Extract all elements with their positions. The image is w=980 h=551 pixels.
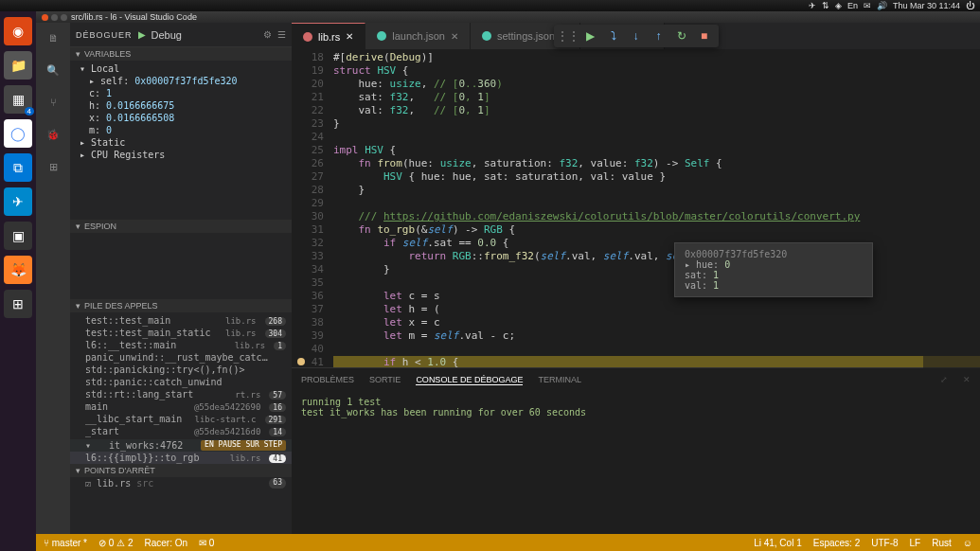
minimap[interactable] (923, 49, 980, 534)
debug-config-select[interactable]: Debug (151, 29, 182, 41)
thread-row[interactable]: ▾ it_works:4762 EN PAUSE SUR STEP (70, 439, 292, 452)
start-debug-button[interactable]: ▶ (138, 29, 146, 40)
launcher-terminal-icon[interactable]: ▣ (4, 222, 32, 250)
continue-button[interactable]: ▶ (582, 27, 599, 44)
code-line[interactable]: 38 let x = c (292, 316, 980, 329)
tray-sound-icon[interactable]: 🔊 (877, 1, 887, 10)
close-icon[interactable]: ✕ (451, 31, 458, 42)
launcher-chrome-icon[interactable]: ◯ (4, 119, 32, 148)
code-line[interactable]: 23} (292, 117, 980, 131)
tray-wifi-icon[interactable]: ⇅ (822, 1, 829, 10)
code-line[interactable]: 26 fn from(hue: usize, saturation: f32, … (292, 157, 980, 170)
code-editor[interactable]: 18#[derive(Debug)]19struct HSV {20 hue: … (292, 49, 980, 367)
debug-toolbar[interactable]: ⋮⋮ ▶ ⤵ ↓ ↑ ↻ ■ (554, 25, 719, 47)
code-line[interactable]: 20 hue: usize, // [0..360) (292, 78, 980, 91)
launcher-vscode-icon[interactable]: ⧉ (4, 153, 32, 182)
code-line[interactable]: 39 let m = self.val - c; (292, 329, 980, 343)
variables-header[interactable]: ▾ VARIABLES (70, 47, 292, 61)
status-eol[interactable]: LF (910, 538, 921, 548)
stop-button[interactable]: ■ (696, 27, 713, 44)
callstack-row[interactable]: __libc_start_mainlibc-start.c 291 (70, 413, 292, 425)
code-line[interactable]: 31 fn to_rgb(&self) -> RGB { (292, 223, 980, 237)
code-line[interactable]: 28 } (292, 184, 980, 197)
launcher-telegram-icon[interactable]: ✈ (4, 187, 32, 216)
maximize-icon[interactable] (61, 14, 67, 21)
code-line[interactable]: 41 if h < 1.0 { (292, 356, 980, 367)
tray-mail-icon[interactable]: ✉ (864, 1, 871, 10)
callstack-row[interactable]: panic_unwind::__rust_maybe_catc… (70, 351, 292, 364)
debug-config-gear-icon[interactable]: ⚙ (263, 29, 272, 40)
drag-handle-icon[interactable]: ⋮⋮ (560, 27, 577, 44)
status-msgs[interactable]: ✉ 0 (199, 538, 214, 548)
var-group[interactable]: ▸ Static (70, 136, 292, 149)
launcher-app-icon[interactable]: ▦4 (4, 85, 32, 114)
code-line[interactable]: 25impl HSV { (292, 144, 980, 157)
breakpoint-row[interactable]: ☑ lib.rs src 63 (70, 477, 292, 489)
code-line[interactable]: 34 } (292, 263, 980, 276)
code-line[interactable]: 30 /// https://github.com/edaniszewski/c… (292, 210, 980, 223)
var-group[interactable]: ▾ Local (70, 62, 292, 75)
code-line[interactable]: 36 let c = s (292, 290, 980, 303)
code-line[interactable]: 22 val: f32, // [0, 1] (292, 104, 980, 117)
callstack-row[interactable]: std::panic::catch_unwind (70, 376, 292, 388)
callstack-row[interactable]: std::rt::lang_startrt.rs 57 (70, 388, 292, 400)
callstack-header[interactable]: ▾ PILE DES APPELS (70, 299, 292, 312)
tray-telegram-icon[interactable]: ✈ (809, 1, 816, 10)
code-line[interactable]: 32 if self.sat == 0.0 { (292, 237, 980, 250)
tray-net-icon[interactable]: ◈ (835, 1, 842, 10)
callstack-row[interactable]: test::test_main_staticlib.rs 304 (70, 327, 292, 339)
code-line[interactable]: 21 sat: f32, // [0, 1] (292, 91, 980, 104)
status-lang[interactable]: Rust (932, 538, 952, 548)
launcher-workspace-icon[interactable]: ⊞ (4, 290, 32, 318)
code-line[interactable]: 24 (292, 131, 980, 144)
breakpoints-header[interactable]: ▾ POINTS D'ARRÊT (70, 464, 292, 477)
callstack-row[interactable]: std::panicking::try<(),fn()> (70, 364, 292, 376)
power-icon[interactable]: ⏻ (966, 1, 974, 10)
current-frame[interactable]: l6::{{impl}}::to_rgb lib.rs 41 (70, 452, 292, 464)
restart-button[interactable]: ↻ (673, 27, 690, 44)
panel-tab[interactable]: PROBLÈMES (301, 375, 354, 384)
var-group[interactable]: ▸ CPU Registers (70, 149, 292, 161)
var-row[interactable]: ▸ self: 0x00007f37fd5fe320 (70, 75, 292, 87)
status-encoding[interactable]: UTF-8 (871, 538, 898, 548)
code-line[interactable]: 19struct HSV { (292, 64, 980, 78)
search-icon[interactable]: 🔍 (44, 61, 62, 80)
step-into-button[interactable]: ↓ (628, 27, 645, 44)
status-cursor-pos[interactable]: Li 41, Col 1 (754, 538, 802, 548)
code-line[interactable]: 18#[derive(Debug)] (292, 51, 980, 64)
debug-console-icon[interactable]: ☰ (277, 29, 286, 40)
panel-tab[interactable]: CONSOLE DE DÉBOGAGE (416, 375, 523, 385)
status-racer[interactable]: Racer: On (144, 538, 187, 548)
extensions-icon[interactable]: ⊞ (44, 157, 62, 176)
step-over-button[interactable]: ⤵ (605, 27, 622, 44)
debug-icon[interactable]: 🐞 (44, 125, 62, 144)
clock[interactable]: Thu Mar 30 11:44 (893, 1, 960, 10)
code-line[interactable]: 29 (292, 197, 980, 210)
close-icon[interactable] (42, 14, 48, 21)
debug-console-output[interactable]: running 1 test test it_works has been ru… (292, 391, 980, 534)
status-indent[interactable]: Espaces: 2 (813, 538, 860, 548)
status-feedback-icon[interactable]: ☺ (963, 538, 972, 548)
callstack-row[interactable]: l6::__test::mainlib.rs 1 (70, 339, 292, 351)
code-line[interactable]: 37 let h = ( (292, 303, 980, 316)
launcher-files-icon[interactable]: 📁 (4, 51, 32, 80)
callstack-row[interactable]: _start@55dea54216d0 14 (70, 425, 292, 437)
step-out-button[interactable]: ↑ (650, 27, 668, 44)
status-problems[interactable]: ⊘ 0 ⚠ 2 (98, 538, 133, 548)
code-line[interactable]: 27 HSV { hue: hue, sat: saturation, val:… (292, 170, 980, 184)
scm-icon[interactable]: ⑂ (44, 93, 62, 112)
close-icon[interactable]: ✕ (346, 31, 353, 42)
explorer-icon[interactable]: 🗎 (44, 28, 62, 47)
code-line[interactable]: 33 return RGB::from_f32(self.val, self.v… (292, 250, 980, 263)
launcher-dash-icon[interactable]: ◉ (4, 17, 32, 45)
code-line[interactable]: 35 (292, 276, 980, 290)
status-branch[interactable]: ⑂ master * (44, 538, 87, 548)
callstack-row[interactable]: main@55dea5422690 16 (70, 400, 292, 413)
watch-header[interactable]: ▾ ESPION (70, 220, 292, 233)
tray-kb-icon[interactable]: En (847, 1, 858, 10)
panel-tab[interactable]: SORTIE (369, 375, 401, 384)
callstack-row[interactable]: test::test_mainlib.rs 268 (70, 314, 292, 327)
panel-tab[interactable]: TERMINAL (538, 375, 581, 384)
code-line[interactable]: 40 (292, 343, 980, 356)
editor-tab[interactable]: lib.rs✕ (292, 23, 365, 49)
